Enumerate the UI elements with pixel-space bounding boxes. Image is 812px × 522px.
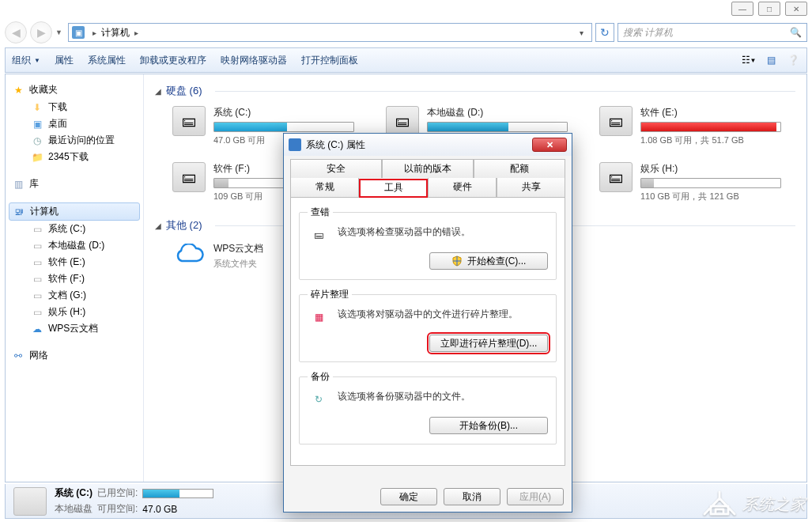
fieldset-defrag: 碎片整理 ▦该选项将对驱动器中的文件进行碎片整理。 立即进行碎片整理(D)... — [299, 288, 557, 362]
drive-item-h[interactable]: 🖴 娱乐 (H:) 110 GB 可用，共 121 GB — [599, 162, 781, 202]
desc-defrag: 该选项将对驱动器中的文件进行碎片整理。 — [338, 308, 518, 327]
address-bar[interactable]: ▣ ▸ 计算机 ▸ ▾ — [68, 23, 592, 42]
check-now-button[interactable]: 开始检查(C)... — [429, 252, 548, 270]
tab-general[interactable]: 常规 — [290, 178, 359, 197]
watermark: 系统之家 — [701, 490, 806, 517]
history-dropdown[interactable]: ▼ — [55, 28, 65, 36]
toolbar-map-drive[interactable]: 映射网络驱动器 — [221, 54, 287, 67]
help-icon[interactable]: ❔ — [786, 53, 800, 67]
sidebar-item-desktop[interactable]: ▣桌面 — [6, 115, 143, 132]
details-name: 系统 (C:) — [55, 486, 93, 500]
item-subtitle: 系统文件夹 — [213, 258, 263, 270]
search-icon: 🔍 — [790, 27, 802, 38]
backup-icon: ↻ — [308, 390, 330, 409]
minimize-button[interactable]: — — [731, 2, 753, 16]
sidebar-item-wps[interactable]: ☁WPS云文档 — [6, 320, 143, 337]
toolbar-system-properties[interactable]: 系统属性 — [88, 54, 126, 67]
back-button[interactable]: ◀ — [5, 21, 27, 44]
sidebar-item-drive-g[interactable]: ▭文档 (G:) — [6, 287, 143, 304]
sidebar-item-drive-f[interactable]: ▭软件 (F:) — [6, 270, 143, 287]
tab-tools[interactable]: 工具 — [359, 179, 428, 198]
sidebar-favorites[interactable]: ★收藏夹 — [6, 81, 143, 99]
drive-icon: ▭ — [31, 289, 43, 302]
sidebar-item-recent[interactable]: ◷最近访问的位置 — [6, 132, 143, 149]
tab-previous-versions[interactable]: 以前的版本 — [382, 159, 474, 178]
search-input[interactable]: 搜索 计算机 🔍 — [617, 23, 807, 42]
dialog-apply-button[interactable]: 应用(A) — [507, 488, 564, 505]
other-item-wps[interactable]: WPS云文档 系统文件夹 — [172, 240, 263, 270]
sidebar-item-downloads[interactable]: ⬇下载 — [6, 99, 143, 115]
dialog-ok-button[interactable]: 确定 — [380, 488, 437, 505]
sidebar-item-drive-e[interactable]: ▭软件 (E:) — [6, 254, 143, 270]
desktop-icon: ▣ — [31, 118, 43, 130]
star-icon: ★ — [12, 84, 25, 96]
desc-backup: 该选项将备份驱动器中的文件。 — [338, 390, 470, 409]
maximize-button[interactable]: □ — [758, 2, 780, 16]
address-dropdown[interactable]: ▾ — [575, 28, 588, 37]
drive-icon: 🖴 — [386, 106, 419, 136]
sidebar-item-2345[interactable]: 📁2345下载 — [6, 149, 143, 165]
tab-hardware[interactable]: 硬件 — [428, 178, 497, 197]
sidebar: ★收藏夹 ⬇下载 ▣桌面 ◷最近访问的位置 📁2345下载 ▥库 🖳计算机 ▭系… — [6, 74, 144, 482]
forward-button[interactable]: ▶ — [30, 21, 52, 44]
collapse-icon: ◢ — [155, 87, 161, 96]
toolbar-uninstall[interactable]: 卸载或更改程序 — [140, 54, 206, 67]
watermark-logo-icon — [701, 490, 738, 517]
tab-security[interactable]: 安全 — [290, 159, 382, 178]
breadcrumb-computer[interactable]: 计算机 — [100, 26, 131, 40]
preview-pane-icon[interactable]: ▤ — [764, 53, 778, 67]
cloud-icon: ☁ — [31, 323, 43, 335]
libraries-icon: ▥ — [12, 178, 25, 191]
drive-icon: ▭ — [31, 240, 43, 252]
details-used-label: 已用空间: — [97, 486, 138, 500]
drive-icon: ▭ — [31, 306, 43, 319]
disk-check-icon: 🖴 — [308, 225, 330, 244]
refresh-button[interactable]: ↻ — [595, 23, 614, 42]
sidebar-item-drive-c[interactable]: ▭系统 (C:) — [6, 221, 143, 237]
toolbar-organize[interactable]: 组织▼ — [12, 54, 40, 67]
drive-icon: ▭ — [31, 256, 43, 269]
details-sub: 本地磁盘 — [55, 502, 93, 516]
legend-error-check: 查错 — [308, 206, 333, 219]
collapse-icon: ◢ — [155, 221, 161, 230]
properties-dialog: 系统 (C:) 属性 ✕ 安全 以前的版本 配额 常规 工具 硬件 共享 查错 … — [283, 133, 572, 513]
dialog-title-text: 系统 (C:) 属性 — [306, 138, 365, 152]
drive-icon — [13, 487, 47, 516]
defrag-now-button[interactable]: 立即进行碎片整理(D)... — [429, 335, 548, 352]
group-header-drives[interactable]: ◢硬盘 (6) — [155, 79, 795, 103]
drive-name: 本地磁盘 (D:) — [427, 106, 568, 119]
drive-usage-bar — [213, 122, 354, 132]
drive-icon — [289, 138, 301, 151]
dialog-close-button[interactable]: ✕ — [532, 138, 567, 152]
drive-icon: 🖴 — [172, 162, 206, 192]
network-icon: ⚯ — [12, 350, 25, 362]
sidebar-computer[interactable]: 🖳计算机 — [9, 202, 140, 221]
backup-now-button[interactable]: 开始备份(B)... — [429, 417, 548, 434]
cloud-icon — [172, 240, 206, 270]
computer-icon: 🖳 — [13, 206, 25, 218]
chevron-right-icon: ▸ — [89, 28, 100, 37]
tab-quota[interactable]: 配额 — [474, 159, 565, 178]
drive-item-e[interactable]: 🖴 软件 (E:) 1.08 GB 可用，共 51.7 GB — [599, 106, 781, 146]
dialog-cancel-button[interactable]: 取消 — [444, 488, 500, 505]
drive-usage-bar — [427, 122, 568, 132]
toolbar-control-panel[interactable]: 打开控制面板 — [301, 54, 358, 67]
desc-error-check: 该选项将检查驱动器中的错误。 — [338, 225, 470, 244]
close-button[interactable]: ✕ — [785, 2, 807, 16]
sidebar-libraries[interactable]: ▥库 — [6, 175, 143, 193]
chevron-right-icon[interactable]: ▸ — [131, 28, 142, 37]
recent-icon: ◷ — [31, 134, 43, 147]
tab-panel-tools: 查错 🖴该选项将检查驱动器中的错误。 开始检查(C)... 碎片整理 ▦该选项将… — [290, 197, 565, 466]
drive-name: 娱乐 (H:) — [640, 162, 781, 176]
sidebar-item-drive-d[interactable]: ▭本地磁盘 (D:) — [6, 237, 143, 254]
sidebar-item-drive-h[interactable]: ▭娱乐 (H:) — [6, 304, 143, 320]
drive-name: 系统 (C:) — [213, 106, 354, 119]
tab-sharing[interactable]: 共享 — [497, 178, 565, 197]
dialog-titlebar[interactable]: 系统 (C:) 属性 ✕ — [284, 134, 572, 156]
drive-icon: 🖴 — [599, 106, 633, 136]
legend-backup: 备份 — [308, 370, 333, 384]
sidebar-network[interactable]: ⚯网络 — [6, 346, 143, 365]
toolbar-properties[interactable]: 属性 — [55, 54, 74, 67]
drive-stat: 110 GB 可用，共 121 GB — [640, 191, 781, 202]
view-options-icon[interactable]: ☷▼ — [742, 53, 756, 67]
